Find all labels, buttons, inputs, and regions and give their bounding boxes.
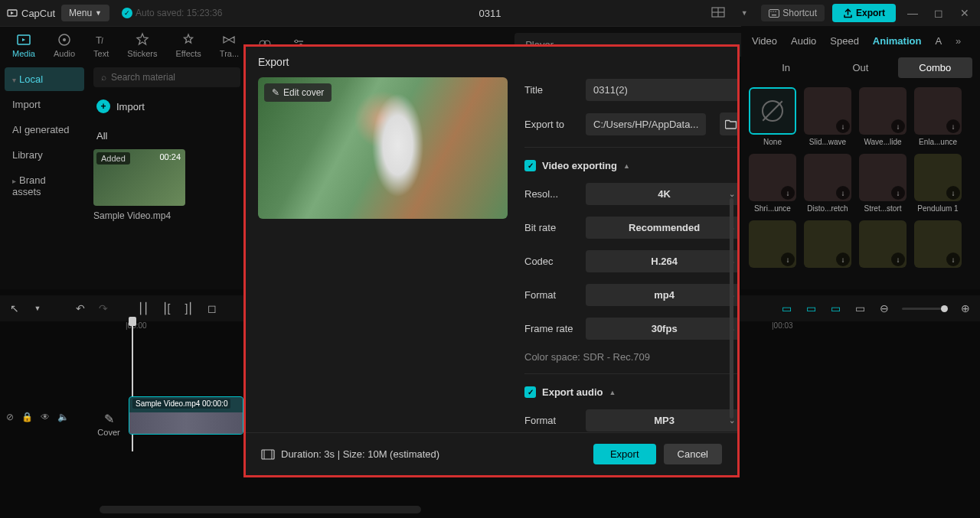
- download-icon[interactable]: ↓: [891, 252, 905, 266]
- sidebar-item-brand[interactable]: ▸Brand assets: [5, 168, 84, 204]
- tl-icon-2[interactable]: ▭: [804, 302, 818, 314]
- download-icon[interactable]: ↓: [836, 186, 850, 200]
- tl-icon-4[interactable]: ▭: [853, 302, 867, 314]
- download-icon[interactable]: ↓: [836, 119, 850, 133]
- search-icon: ⌕: [101, 72, 106, 83]
- exportto-input[interactable]: C:/Users/HP/AppData...: [586, 113, 706, 135]
- export-button-top[interactable]: Export: [832, 4, 896, 22]
- layout-icon[interactable]: [709, 7, 727, 20]
- title-input[interactable]: 0311(2): [586, 79, 737, 101]
- anim-item[interactable]: ↓: [859, 87, 906, 135]
- transitions-tool[interactable]: Tra...: [211, 29, 248, 61]
- browse-folder-button[interactable]: [720, 112, 737, 135]
- lock-icon[interactable]: 🔒: [21, 412, 33, 422]
- tl-icon-3[interactable]: ▭: [828, 302, 842, 314]
- eye-icon[interactable]: 👁: [41, 412, 50, 422]
- format-select[interactable]: mp4⌄: [586, 284, 737, 306]
- codec-select[interactable]: H.264⌄: [586, 250, 737, 272]
- anim-item[interactable]: ↓: [804, 154, 851, 201]
- download-icon[interactable]: ↓: [891, 186, 905, 200]
- shortcut-button[interactable]: Shortcut: [761, 5, 825, 21]
- tab-more[interactable]: A: [935, 35, 942, 47]
- media-clip[interactable]: Added00:24 Sample Video.mp4: [93, 149, 185, 221]
- bitrate-select[interactable]: Recommended⌄: [586, 217, 737, 239]
- menu-button[interactable]: Menu▼: [61, 5, 109, 21]
- stickers-tool[interactable]: Stickers: [118, 29, 166, 61]
- audio-export-section[interactable]: ✓Export audio▲: [524, 386, 737, 398]
- edit-cover-button[interactable]: ✎Edit cover: [264, 83, 332, 102]
- timeline-clip[interactable]: Sample Video.mp4 00:00:0: [129, 396, 243, 435]
- resolution-select[interactable]: 4K⌄: [586, 183, 737, 205]
- sidebar-item-library[interactable]: Library: [5, 143, 84, 167]
- chevron-down-icon[interactable]: ▼: [735, 9, 753, 17]
- tab-video[interactable]: Video: [752, 35, 777, 47]
- all-filter[interactable]: All: [93, 127, 240, 145]
- video-export-section[interactable]: ✓Video exporting▲: [524, 160, 737, 171]
- pointer-tool[interactable]: ↖: [8, 302, 21, 314]
- anim-item[interactable]: ↓: [804, 87, 851, 135]
- undo-button[interactable]: ↶: [74, 302, 87, 314]
- anim-item[interactable]: ↓: [914, 87, 962, 135]
- framerate-select[interactable]: 30fps⌄: [586, 318, 737, 340]
- checkbox-icon[interactable]: ✓: [524, 160, 536, 171]
- zoom-out[interactable]: ⊖: [877, 302, 891, 314]
- trim-left-tool[interactable]: ⎮[: [159, 302, 173, 314]
- download-icon[interactable]: ↓: [836, 252, 850, 266]
- effects-tool[interactable]: Effects: [166, 29, 210, 61]
- download-icon[interactable]: ↓: [781, 252, 795, 266]
- subtab-out[interactable]: Out: [823, 57, 897, 78]
- trim-right-tool[interactable]: ]⎮: [182, 302, 196, 314]
- audio-tool[interactable]: Audio: [44, 29, 84, 61]
- colorspace-info: Color space: SDR - Rec.709: [524, 351, 737, 363]
- anim-item[interactable]: ↓: [859, 154, 906, 201]
- sticker-icon: [135, 32, 150, 47]
- zoom-in[interactable]: ⊕: [959, 302, 972, 314]
- anim-item[interactable]: ↓: [914, 220, 962, 268]
- subtab-combo[interactable]: Combo: [898, 57, 972, 78]
- close-button[interactable]: ✕: [956, 7, 974, 19]
- clip-label: Sample Video.mp4 00:00:0: [132, 399, 230, 409]
- download-icon[interactable]: ↓: [946, 119, 960, 133]
- scrollbar[interactable]: [730, 198, 733, 419]
- download-icon[interactable]: ↓: [891, 119, 905, 133]
- keyboard-icon: [769, 9, 779, 18]
- cover-button[interactable]: ✎Cover: [92, 412, 126, 437]
- sidebar-item-ai[interactable]: AI generated: [5, 118, 84, 142]
- import-button[interactable]: +Import: [93, 95, 240, 118]
- tab-speed[interactable]: Speed: [830, 35, 859, 47]
- tab-animation[interactable]: Animation: [873, 35, 922, 47]
- download-icon[interactable]: ↓: [946, 252, 960, 266]
- media-tool[interactable]: Media: [3, 29, 44, 61]
- tab-audio[interactable]: Audio: [791, 35, 816, 47]
- crop-tool[interactable]: ◻: [205, 302, 219, 314]
- cancel-button[interactable]: Cancel: [664, 444, 722, 464]
- export-confirm-button[interactable]: Export: [593, 444, 656, 464]
- audio-format-select[interactable]: MP3⌄: [586, 409, 737, 432]
- text-tool[interactable]: TIText: [84, 29, 118, 61]
- download-icon[interactable]: ↓: [946, 186, 960, 200]
- sidebar-item-import[interactable]: Import: [5, 93, 84, 116]
- speaker-icon[interactable]: 🔈: [57, 412, 69, 422]
- maximize-button[interactable]: ◻: [929, 7, 948, 19]
- playhead[interactable]: [129, 317, 136, 326]
- minimize-button[interactable]: —: [903, 7, 922, 19]
- search-input[interactable]: ⌕Search material: [93, 67, 240, 87]
- checkbox-icon[interactable]: ✓: [524, 386, 536, 398]
- scrollbar[interactable]: [100, 506, 421, 513]
- tl-icon-1[interactable]: ▭: [779, 302, 793, 314]
- anim-item[interactable]: ↓: [749, 220, 796, 268]
- split-tool[interactable]: ⎮⎮: [136, 302, 150, 314]
- anim-item[interactable]: ↓: [859, 220, 906, 268]
- anim-item[interactable]: ↓: [804, 220, 851, 268]
- lock-icon[interactable]: ⊘: [6, 412, 14, 422]
- anim-item[interactable]: ↓: [749, 154, 796, 201]
- sidebar-item-local[interactable]: ▾Local: [5, 67, 84, 91]
- subtab-in[interactable]: In: [749, 57, 823, 78]
- chevron-down-icon[interactable]: ▼: [31, 305, 44, 312]
- anim-item[interactable]: ↓: [914, 154, 962, 201]
- zoom-slider[interactable]: [902, 308, 948, 310]
- more-icon[interactable]: »: [956, 35, 961, 47]
- anim-none[interactable]: [749, 87, 796, 135]
- redo-button[interactable]: ↷: [96, 302, 110, 314]
- download-icon[interactable]: ↓: [781, 186, 795, 200]
